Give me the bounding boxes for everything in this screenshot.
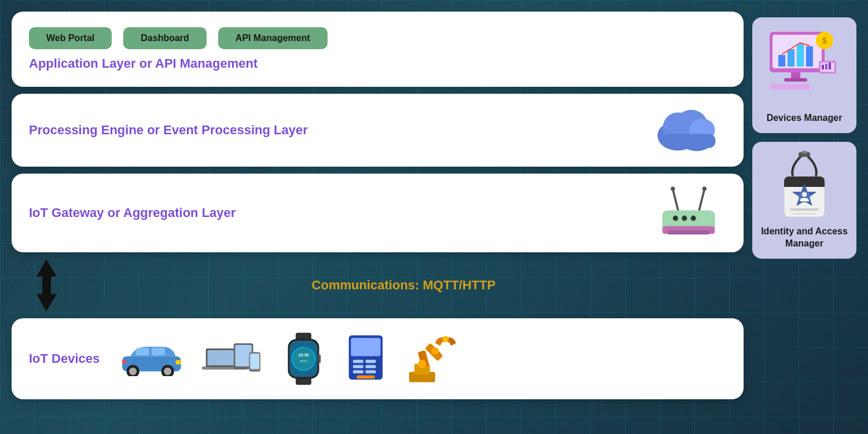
api-management-button[interactable]: API Management <box>218 27 328 49</box>
svg-point-22 <box>164 367 172 375</box>
identity-manager-label: Identity and Access Manager <box>761 226 848 250</box>
svg-rect-43 <box>351 338 381 356</box>
svg-rect-24 <box>152 348 165 355</box>
cloud-icon <box>651 104 726 156</box>
robot-arm-icon <box>403 333 467 385</box>
svg-point-55 <box>418 360 426 368</box>
svg-line-7 <box>699 189 704 210</box>
svg-text:$: $ <box>822 36 827 45</box>
svg-rect-63 <box>806 46 813 67</box>
multi-device-icon <box>201 336 264 382</box>
svg-rect-50 <box>357 376 376 378</box>
svg-rect-23 <box>136 348 149 355</box>
smartwatch-icon: 10:30 MON <box>279 333 328 385</box>
svg-rect-48 <box>353 370 363 373</box>
svg-rect-71 <box>822 65 824 69</box>
svg-rect-26 <box>123 360 127 363</box>
svg-rect-15 <box>668 230 710 234</box>
app-layer-inner: Web Portal Dashboard API Management Appl… <box>29 27 726 71</box>
pos-terminal-icon <box>343 333 389 385</box>
svg-marker-17 <box>36 285 57 311</box>
svg-rect-70 <box>770 84 810 90</box>
gateway-layer-title: IoT Gateway or Aggregation Layer <box>29 205 236 220</box>
svg-point-81 <box>802 192 807 197</box>
devices-manager-icon: $ <box>767 29 842 93</box>
devices-manager-card: $ Devices Manager <box>752 17 856 133</box>
svg-rect-45 <box>366 360 376 363</box>
dashboard-button[interactable]: Dashboard <box>123 27 207 49</box>
devices-icons: 10:30 MON <box>117 333 726 385</box>
svg-rect-73 <box>829 62 831 69</box>
svg-point-13 <box>682 216 687 221</box>
devices-manager-icon-area: $ <box>767 26 842 95</box>
identity-manager-icon-area <box>767 150 842 220</box>
identity-manager-card: Identity and Access Manager <box>752 142 856 259</box>
communications-row: Communications: MQTT/HTTP <box>12 259 744 311</box>
devices-manager-label: Devices Manager <box>767 112 843 124</box>
svg-rect-75 <box>801 151 807 154</box>
svg-line-6 <box>673 189 678 210</box>
bidirectional-arrow-icon <box>31 259 62 311</box>
svg-point-38 <box>292 347 315 370</box>
svg-point-56 <box>432 347 439 355</box>
layers-container: Web Portal Dashboard API Management Appl… <box>12 12 744 422</box>
svg-point-8 <box>671 187 675 191</box>
svg-rect-25 <box>176 360 181 364</box>
svg-point-14 <box>691 216 696 221</box>
svg-marker-16 <box>36 259 57 285</box>
gateway-layer-card: IoT Gateway or Aggregation Layer <box>12 174 744 252</box>
svg-rect-65 <box>784 78 807 82</box>
svg-rect-49 <box>366 370 376 373</box>
car-icon <box>117 341 186 376</box>
web-portal-button[interactable]: Web Portal <box>29 27 112 49</box>
svg-rect-41 <box>318 355 321 363</box>
identity-manager-icon <box>773 150 836 220</box>
svg-rect-46 <box>353 365 363 368</box>
svg-rect-44 <box>353 360 363 363</box>
svg-rect-83 <box>793 213 816 215</box>
sidebar: $ Devices Manager <box>752 12 856 422</box>
processing-layer-card: Processing Engine or Event Processing La… <box>12 94 744 167</box>
svg-rect-61 <box>788 49 795 67</box>
svg-rect-62 <box>797 43 804 67</box>
devices-layer-card: IoT Devices <box>12 318 744 399</box>
svg-rect-60 <box>778 55 785 67</box>
svg-rect-72 <box>825 64 827 69</box>
application-layer-title: Application Layer or API Management <box>29 56 726 71</box>
communications-label: Communications: MQTT/HTTP <box>64 274 744 296</box>
app-buttons: Web Portal Dashboard API Management <box>29 27 726 49</box>
svg-point-57 <box>443 336 449 342</box>
svg-text:MON: MON <box>300 359 308 363</box>
application-layer-card: Web Portal Dashboard API Management Appl… <box>12 12 744 87</box>
processing-layer-title: Processing Engine or Event Processing La… <box>29 123 308 138</box>
router-icon <box>651 184 726 242</box>
devices-layer-title: IoT Devices <box>29 351 100 366</box>
svg-rect-82 <box>790 208 819 211</box>
svg-text:10:30: 10:30 <box>299 352 309 358</box>
svg-rect-5 <box>662 134 716 148</box>
svg-point-20 <box>130 367 137 375</box>
double-arrow <box>29 259 64 311</box>
svg-rect-33 <box>251 354 260 369</box>
svg-point-9 <box>703 187 707 191</box>
main-content: Web Portal Dashboard API Management Appl… <box>0 0 868 434</box>
svg-rect-47 <box>366 365 376 368</box>
svg-point-12 <box>673 216 678 221</box>
